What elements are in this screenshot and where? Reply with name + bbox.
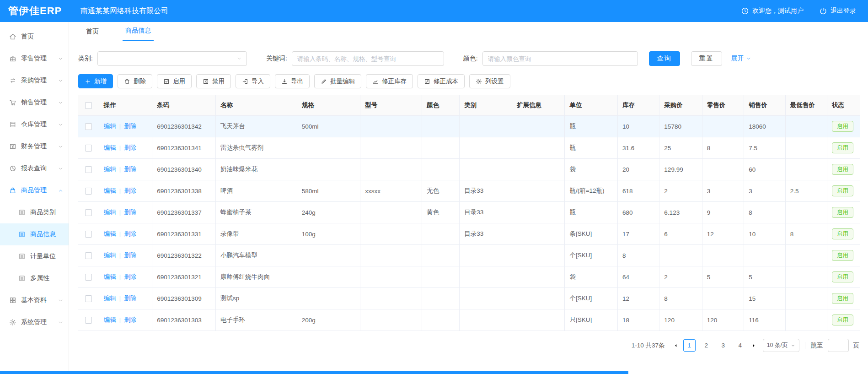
action-separator: | bbox=[119, 295, 121, 302]
sidebar-item-system[interactable]: 系统管理 bbox=[0, 311, 69, 333]
row-checkbox[interactable] bbox=[85, 123, 92, 130]
select-all-checkbox[interactable] bbox=[85, 102, 92, 109]
cell-purchase bbox=[659, 245, 702, 266]
page-size-select[interactable]: 10 条/页 bbox=[763, 339, 799, 352]
cell-color bbox=[422, 266, 459, 288]
logout-button[interactable]: 退出登录 bbox=[819, 7, 856, 15]
row-checkbox[interactable] bbox=[85, 209, 92, 216]
delete-link[interactable]: 删除 bbox=[124, 316, 136, 323]
horizontal-scrollbar-thumb[interactable] bbox=[0, 371, 628, 374]
page-number-1[interactable]: 1 bbox=[683, 339, 696, 352]
import-button[interactable]: 导入 bbox=[236, 74, 270, 88]
tab-home[interactable]: 首页 bbox=[83, 27, 102, 41]
cell-purchase: 25 bbox=[659, 137, 702, 159]
chevron-down-icon bbox=[58, 166, 63, 171]
delete-link[interactable]: 删除 bbox=[124, 144, 136, 151]
sidebar-item-sales[interactable]: 销售管理 bbox=[0, 92, 69, 114]
cell-purchase: 129.99 bbox=[659, 159, 702, 180]
disable-button[interactable]: 禁用 bbox=[196, 74, 231, 88]
next-page-button[interactable] bbox=[751, 343, 756, 348]
edit-link[interactable]: 编辑 bbox=[104, 166, 116, 173]
row-checkbox[interactable] bbox=[85, 295, 92, 302]
sidebar-item-label: 多属性 bbox=[30, 274, 49, 282]
delete-link[interactable]: 删除 bbox=[124, 166, 136, 173]
column-settings-button[interactable]: 列设置 bbox=[469, 74, 510, 88]
edit-link[interactable]: 编辑 bbox=[104, 230, 116, 237]
sidebar-item-measure-unit[interactable]: 计量单位 bbox=[0, 245, 69, 267]
edit-link[interactable]: 编辑 bbox=[104, 252, 116, 259]
page-number-4[interactable]: 4 bbox=[734, 339, 746, 352]
sidebar-item-report[interactable]: 报表查询 bbox=[0, 157, 69, 179]
button-label: 删除 bbox=[134, 77, 146, 86]
prev-page-button[interactable] bbox=[673, 343, 679, 348]
cell-barcode: 6901236301340 bbox=[152, 159, 216, 180]
row-checkbox[interactable] bbox=[85, 166, 92, 173]
edit-link[interactable]: 编辑 bbox=[104, 144, 116, 151]
cell-color bbox=[422, 159, 459, 180]
delete-link[interactable]: 删除 bbox=[124, 230, 136, 237]
edit-link[interactable]: 编辑 bbox=[104, 295, 116, 302]
enable-button[interactable]: 启用 bbox=[157, 74, 192, 88]
welcome-user[interactable]: 欢迎您，测试用户 bbox=[741, 7, 804, 15]
delete-link[interactable]: 删除 bbox=[124, 295, 136, 302]
delete-button[interactable]: 删除 bbox=[118, 74, 152, 88]
batch-edit-button[interactable]: 批量编辑 bbox=[314, 74, 361, 88]
jump-prefix-label: 跳至 bbox=[811, 341, 823, 350]
delete-link[interactable]: 删除 bbox=[124, 187, 136, 194]
expand-button[interactable]: 展开 bbox=[731, 54, 751, 63]
jump-page-input[interactable] bbox=[828, 339, 849, 352]
fix-stock-button[interactable]: 修正库存 bbox=[366, 74, 413, 88]
delete-link[interactable]: 删除 bbox=[124, 273, 136, 280]
chevron-up-icon bbox=[58, 188, 63, 193]
reset-button[interactable]: 重置 bbox=[691, 51, 722, 66]
edit-link[interactable]: 编辑 bbox=[104, 123, 116, 130]
row-checkbox[interactable] bbox=[85, 274, 92, 281]
sidebar-item-retail[interactable]: 零售管理 bbox=[0, 48, 69, 70]
sidebar-item-basic-data[interactable]: 基本资料 bbox=[0, 289, 69, 311]
sidebar-item-warehouse[interactable]: 仓库管理 bbox=[0, 114, 69, 136]
column-header: 库存 bbox=[617, 95, 659, 116]
export-button[interactable]: 导出 bbox=[275, 74, 310, 88]
delete-link[interactable]: 删除 bbox=[124, 252, 136, 259]
expand-label: 展开 bbox=[731, 54, 744, 63]
page-number-2[interactable]: 2 bbox=[700, 339, 713, 352]
fix-cost-button[interactable]: 修正成本 bbox=[418, 74, 465, 88]
sidebar-item-goods-info[interactable]: 商品信息 bbox=[0, 223, 69, 245]
row-checkbox[interactable] bbox=[85, 145, 92, 152]
row-checkbox[interactable] bbox=[85, 317, 92, 324]
row-checkbox[interactable] bbox=[85, 188, 92, 195]
cell-category: 目录33 bbox=[460, 223, 512, 245]
query-button[interactable]: 查询 bbox=[649, 51, 680, 66]
sidebar-item-finance[interactable]: 财务管理 bbox=[0, 136, 69, 157]
status-badge: 启用 bbox=[832, 228, 853, 239]
color-input[interactable] bbox=[482, 51, 638, 66]
edit-link[interactable]: 编辑 bbox=[104, 209, 116, 216]
row-checkbox[interactable] bbox=[85, 252, 92, 259]
category-select[interactable] bbox=[97, 51, 247, 66]
company-name: 南通某某网络科技有限公司 bbox=[80, 6, 168, 16]
cell-color bbox=[422, 309, 459, 331]
status-badge: 启用 bbox=[832, 293, 853, 304]
tab-goods-info[interactable]: 商品信息 bbox=[123, 27, 154, 41]
button-label: 列设置 bbox=[485, 77, 504, 86]
add-button[interactable]: 新增 bbox=[78, 74, 113, 88]
keyword-input[interactable] bbox=[292, 51, 444, 66]
page-number-3[interactable]: 3 bbox=[717, 339, 729, 352]
sidebar-item-goods[interactable]: 商品管理 bbox=[0, 179, 69, 201]
status-badge: 启用 bbox=[832, 271, 853, 282]
delete-link[interactable]: 删除 bbox=[124, 209, 136, 216]
chevron-down-icon bbox=[58, 122, 63, 127]
grid-icon bbox=[9, 297, 16, 304]
cell-name: 蜂蜜柚子茶 bbox=[215, 202, 297, 223]
edit-link[interactable]: 编辑 bbox=[104, 273, 116, 280]
edit-link[interactable]: 编辑 bbox=[104, 187, 116, 194]
delete-link[interactable]: 删除 bbox=[124, 123, 136, 130]
cell-stock: 20 bbox=[617, 159, 659, 180]
sidebar-item-multi-attr[interactable]: 多属性 bbox=[0, 267, 69, 289]
edit-link[interactable]: 编辑 bbox=[104, 316, 116, 323]
sidebar-item-label: 商品管理 bbox=[21, 186, 47, 195]
sidebar-item-purchase[interactable]: 采购管理 bbox=[0, 70, 69, 92]
sidebar-item-home[interactable]: 首页 bbox=[0, 26, 69, 48]
row-checkbox[interactable] bbox=[85, 231, 92, 238]
sidebar-item-goods-category[interactable]: 商品类别 bbox=[0, 201, 69, 223]
